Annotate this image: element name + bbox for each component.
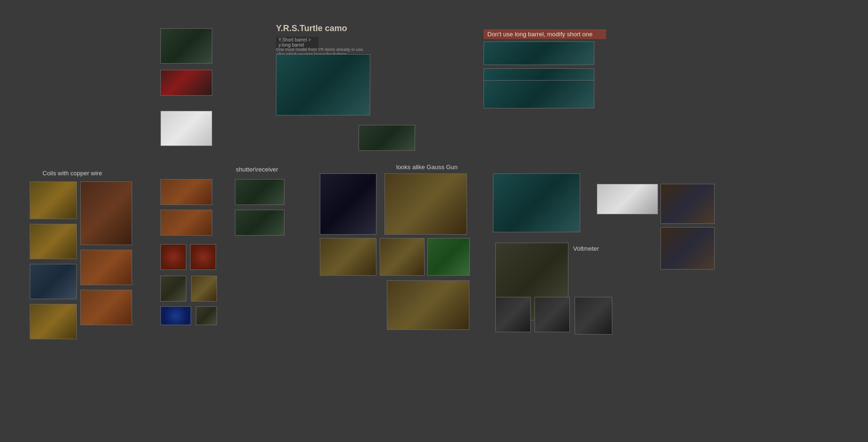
- coil-1: [30, 181, 77, 219]
- voltmeter-1: [495, 297, 531, 332]
- gun-comparison-teal: [276, 54, 370, 115]
- ball-2: [190, 244, 216, 270]
- gun-barrel-white: [160, 111, 212, 146]
- gauss-2: [427, 238, 470, 276]
- voltmeter-3: [575, 297, 612, 335]
- sub-label-barrel: Y.Short barrel > y.long barrel: [276, 37, 318, 48]
- mechanism-bottom: [387, 280, 469, 330]
- coil-4: [30, 304, 77, 339]
- gun-right-large: [493, 173, 580, 232]
- shutter-gun-1: [235, 179, 284, 205]
- detail-bottom-right: [191, 276, 217, 302]
- cylinder-canister: [597, 184, 658, 214]
- dont-use-label: Don't use long barrel, modify short one: [484, 29, 606, 39]
- title-yrs: Y.R.S.Turtle camo: [276, 24, 347, 33]
- shutter-label: shutter\receiver: [236, 166, 278, 173]
- voltmeter-label: Voltmeter: [573, 245, 599, 252]
- led-1: [160, 276, 186, 302]
- pipes-2: [160, 210, 212, 236]
- connector: [196, 306, 217, 325]
- copper-coil-2: [80, 290, 132, 325]
- copper-coil-1: [80, 250, 132, 285]
- coils-label: Coils with copper wire: [42, 170, 102, 177]
- steampunk-1: [384, 173, 467, 235]
- coil-2: [80, 181, 132, 245]
- wires-1: [660, 184, 715, 224]
- gun-teal-3: [484, 80, 594, 108]
- shutter-gun-2: [235, 210, 284, 236]
- gun-parts-red: [160, 70, 212, 96]
- voltmeter-2: [534, 297, 570, 332]
- coil-3: [30, 224, 77, 259]
- steampunk-3: [380, 238, 425, 276]
- gun-teal-1: [484, 41, 594, 65]
- gun-mechanism-center: [359, 125, 415, 151]
- wires-2: [660, 227, 715, 270]
- blue-balls: [160, 306, 191, 325]
- pipes-1: [160, 179, 212, 205]
- motor-1: [30, 264, 77, 299]
- ball-1: [160, 244, 186, 270]
- gun-image-1: [160, 28, 212, 64]
- gauss-label: looks alike Gauss Gun: [396, 164, 458, 171]
- gauss-1: [320, 173, 376, 235]
- steampunk-2: [320, 238, 376, 276]
